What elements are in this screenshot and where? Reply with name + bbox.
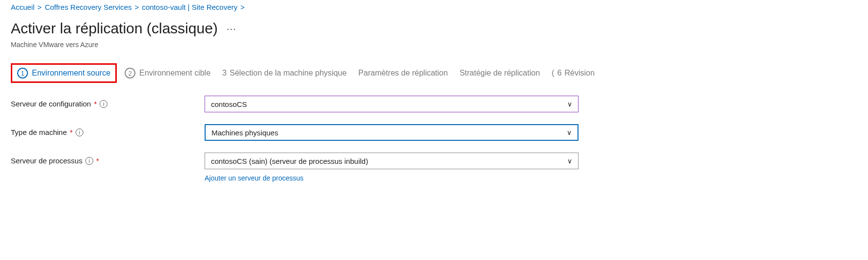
page-title: Activer la réplication (classique) — [11, 20, 218, 37]
breadcrumb-home[interactable]: Accueil — [11, 3, 34, 11]
step-number-open: ( — [552, 69, 554, 78]
more-actions-button[interactable]: ··· — [227, 23, 237, 34]
form-container: Serveur de configuration * i contosoCS ∨… — [0, 96, 868, 182]
page-header: Activer la réplication (classique) ··· M… — [0, 16, 868, 63]
step-replication-policy[interactable]: Stratégie de réplication — [456, 66, 544, 80]
page-subtitle: Machine VMware vers Azure — [11, 41, 857, 49]
machine-type-select[interactable]: Machines physiques ∨ — [205, 124, 579, 141]
select-value: contosoCS — [211, 100, 247, 108]
chevron-right-icon: > — [37, 3, 42, 11]
form-row-config-server: Serveur de configuration * i contosoCS ∨ — [11, 96, 857, 112]
breadcrumb-vault-recovery[interactable]: contoso-vault | Site Recovery — [142, 3, 237, 11]
form-row-process-server: Serveur de processus i * contosoCS (sain… — [11, 153, 857, 182]
breadcrumb-vaults[interactable]: Coffres Recovery Services — [45, 3, 132, 11]
step-label: Révision — [565, 69, 595, 78]
info-icon[interactable]: i — [76, 129, 83, 136]
config-server-label: Serveur de configuration — [11, 100, 91, 108]
required-indicator: * — [70, 128, 73, 136]
step-number-icon: 2 — [125, 68, 135, 78]
process-server-label: Serveur de processus — [11, 156, 82, 165]
step-label: Paramètres de réplication — [358, 69, 447, 78]
required-indicator: * — [96, 156, 99, 165]
select-value: contosoCS (sain) (serveur de processus i… — [211, 157, 368, 165]
step-target-environment[interactable]: 2 Environnement cible — [121, 65, 214, 81]
chevron-right-icon: > — [240, 3, 245, 11]
step-label: Stratégie de réplication — [460, 69, 540, 78]
step-label: Environnement cible — [139, 69, 210, 78]
step-number-icon: 3 — [222, 69, 227, 78]
step-source-environment[interactable]: 1 Environnement source — [11, 63, 117, 83]
config-server-select[interactable]: contosoCS ∨ — [205, 96, 579, 112]
step-physical-machine-selection[interactable]: 3 Sélection de la machine physique — [218, 66, 350, 80]
step-label: Sélection de la machine physique — [230, 69, 346, 78]
info-icon[interactable]: i — [85, 157, 93, 165]
chevron-down-icon: ∨ — [567, 157, 572, 165]
process-server-select[interactable]: contosoCS (sain) (serveur de processus i… — [205, 153, 579, 169]
step-review[interactable]: ( 6 Révision — [548, 66, 599, 80]
info-icon[interactable]: i — [100, 100, 107, 108]
breadcrumb: Accueil > Coffres Recovery Services > co… — [0, 0, 868, 16]
chevron-down-icon: ∨ — [567, 100, 572, 108]
step-number-icon: 1 — [17, 68, 28, 78]
required-indicator: * — [94, 100, 97, 108]
step-replication-settings[interactable]: Paramètres de réplication — [354, 66, 451, 80]
step-label: Environnement source — [32, 69, 110, 78]
select-value: Machines physiques — [211, 129, 278, 137]
form-row-machine-type: Type de machine * i Machines physiques ∨ — [11, 124, 857, 141]
machine-type-label: Type de machine — [11, 128, 67, 136]
chevron-down-icon: ∨ — [567, 129, 572, 136]
step-number-icon: 6 — [557, 69, 562, 78]
wizard-steps: 1 Environnement source 2 Environnement c… — [0, 63, 868, 96]
chevron-right-icon: > — [134, 3, 139, 11]
add-process-server-link[interactable]: Ajouter un serveur de processus — [205, 174, 579, 182]
